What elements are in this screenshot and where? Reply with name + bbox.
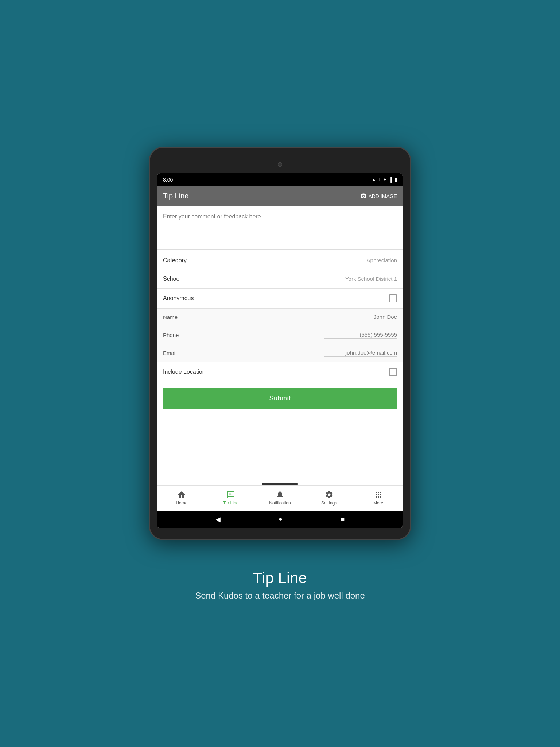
- school-value: York School District 1: [345, 276, 397, 282]
- android-back-button[interactable]: ◀: [215, 515, 221, 523]
- nav-indicator-bar: [262, 483, 298, 485]
- nav-indicator: [157, 480, 403, 485]
- email-label: Email: [163, 350, 192, 356]
- android-nav-bar: ◀ ● ■: [157, 511, 403, 528]
- tablet-device: 8:00 ▲ LTE ▐ ▮ Tip Line ADD IMAGE: [149, 147, 411, 540]
- tablet-screen: 8:00 ▲ LTE ▐ ▮ Tip Line ADD IMAGE: [157, 173, 403, 528]
- school-label: School: [163, 276, 181, 282]
- phone-input[interactable]: [324, 332, 397, 339]
- category-row[interactable]: Category Appreciation: [157, 251, 403, 270]
- nav-settings[interactable]: Settings: [315, 489, 344, 507]
- nav-notification-label: Notification: [269, 500, 291, 506]
- anonymous-label: Anonymous: [163, 295, 194, 302]
- nav-notification[interactable]: Notification: [265, 489, 295, 507]
- phone-label: Phone: [163, 332, 192, 338]
- name-label: Name: [163, 314, 192, 320]
- svg-point-3: [232, 493, 233, 494]
- phone-row: Phone: [163, 326, 397, 344]
- content-spacer: [157, 415, 403, 480]
- nav-tipline[interactable]: Tip Line: [216, 489, 245, 507]
- contact-sub-form: Name Phone Email: [157, 309, 403, 362]
- svg-point-0: [363, 195, 365, 197]
- email-row: Email: [163, 344, 397, 362]
- home-icon: [177, 490, 186, 499]
- add-image-button[interactable]: ADD IMAGE: [360, 193, 397, 200]
- nav-more-label: More: [373, 500, 383, 506]
- app-header-title: Tip Line: [163, 192, 188, 200]
- name-row: Name: [163, 309, 397, 326]
- bell-icon: [276, 490, 284, 499]
- svg-point-1: [229, 493, 230, 494]
- wifi-icon: ▲: [372, 177, 376, 182]
- anonymous-row[interactable]: Anonymous: [157, 289, 403, 309]
- nav-home[interactable]: Home: [167, 489, 196, 507]
- tablet-camera: [278, 162, 282, 167]
- camera-icon: [360, 193, 367, 200]
- app-header: Tip Line ADD IMAGE: [157, 186, 403, 206]
- nav-home-label: Home: [176, 500, 187, 506]
- bottom-nav: Home Tip Line Notification: [157, 485, 403, 511]
- svg-point-2: [230, 493, 232, 494]
- page-footer: Tip Line Send Kudos to a teacher for a j…: [195, 569, 365, 601]
- comment-textarea[interactable]: [157, 206, 403, 250]
- nav-settings-label: Settings: [321, 500, 337, 506]
- nav-more[interactable]: More: [364, 489, 393, 507]
- nav-tipline-label: Tip Line: [223, 500, 238, 506]
- include-location-checkbox[interactable]: [389, 368, 397, 376]
- gear-icon: [325, 490, 334, 499]
- android-home-button[interactable]: ●: [279, 515, 283, 523]
- signal-icon: ▐: [389, 177, 392, 182]
- status-bar: 8:00 ▲ LTE ▐ ▮: [157, 173, 403, 186]
- submit-button[interactable]: Submit: [163, 388, 397, 409]
- category-label: Category: [163, 257, 187, 264]
- include-location-row[interactable]: Include Location: [157, 362, 403, 382]
- battery-icon: ▮: [394, 177, 397, 182]
- status-right-icons: ▲ LTE ▐ ▮: [372, 177, 397, 182]
- footer-subtitle: Send Kudos to a teacher for a job well d…: [195, 591, 365, 601]
- status-time: 8:00: [163, 177, 173, 183]
- form-area: Category Appreciation School York School…: [157, 206, 403, 480]
- lte-label: LTE: [378, 177, 387, 182]
- name-input[interactable]: [324, 314, 397, 321]
- tablet-top-bar: [157, 159, 403, 173]
- chat-icon: [226, 490, 235, 499]
- school-row[interactable]: School York School District 1: [157, 270, 403, 289]
- email-input[interactable]: [324, 349, 397, 357]
- category-value: Appreciation: [367, 257, 397, 263]
- include-location-label: Include Location: [163, 369, 206, 375]
- grid-icon: [374, 490, 383, 499]
- add-image-label: ADD IMAGE: [368, 193, 397, 199]
- anonymous-checkbox[interactable]: [389, 294, 397, 302]
- footer-title: Tip Line: [195, 569, 365, 587]
- android-recents-button[interactable]: ■: [341, 515, 345, 523]
